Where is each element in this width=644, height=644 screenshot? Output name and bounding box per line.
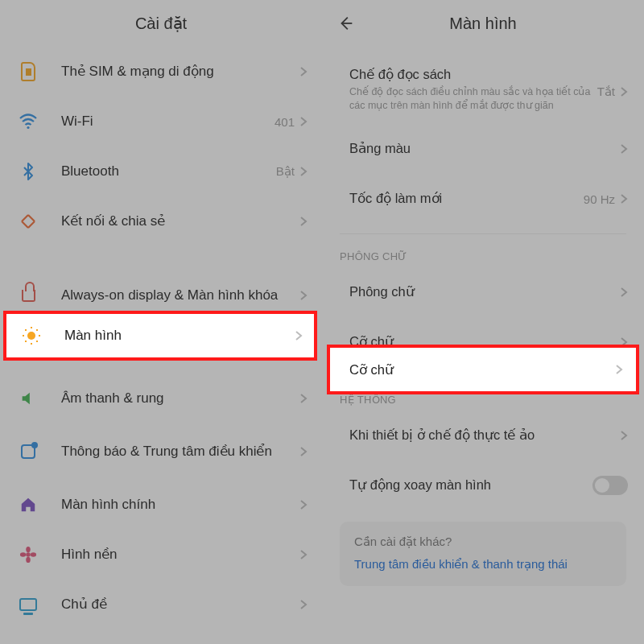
bluetooth-value: Bật — [276, 164, 295, 179]
more-settings-card[interactable]: Cần cài đặt khác? Trung tâm điều khiển &… — [340, 522, 626, 586]
row-font-size-bright[interactable]: Cỡ chữ — [330, 348, 636, 391]
sound-icon — [18, 388, 39, 409]
share-icon — [18, 211, 39, 232]
chevron-right-icon — [620, 86, 628, 97]
chevron-right-icon — [299, 549, 308, 560]
chevron-right-icon — [620, 287, 628, 298]
section-font: PHÔNG CHỮ — [322, 234, 644, 267]
row-theme[interactable]: Chủ đề — [0, 580, 322, 630]
chevron-right-icon — [299, 446, 308, 457]
svg-point-1 — [26, 552, 31, 557]
row-display-bright[interactable]: Màn hình — [6, 314, 314, 357]
chevron-right-icon — [620, 430, 628, 441]
chevron-right-icon — [615, 364, 623, 375]
row-refresh-rate[interactable]: Tốc độ làm mới 90 Hz — [322, 174, 644, 224]
svg-point-0 — [27, 126, 29, 129]
row-bluetooth[interactable]: Bluetooth Bật — [0, 147, 322, 196]
chevron-right-icon — [620, 336, 628, 348]
wifi-value: 401 — [275, 115, 295, 129]
chevron-right-icon — [299, 499, 308, 510]
card-link[interactable]: Trung tâm điều khiển & thanh trạng thái — [354, 557, 612, 572]
settings-header: Cài đặt — [0, 0, 322, 47]
read-mode-value: Tắt — [597, 85, 615, 99]
chevron-right-icon — [299, 393, 308, 404]
lock-icon — [18, 285, 39, 306]
chevron-right-icon — [299, 216, 308, 227]
chevron-right-icon — [299, 290, 308, 301]
chevron-right-icon — [299, 66, 308, 77]
row-sound[interactable]: Âm thanh & rung — [0, 374, 322, 423]
row-font[interactable]: Phông chữ — [322, 267, 644, 317]
chevron-right-icon — [299, 599, 308, 610]
row-sim[interactable]: Thẻ SIM & mạng di động — [0, 47, 322, 97]
row-home[interactable]: Màn hình chính — [0, 480, 322, 530]
svg-point-4 — [20, 552, 26, 557]
svg-point-5 — [31, 552, 36, 557]
wifi-icon — [18, 111, 39, 132]
flower-icon — [18, 544, 39, 565]
display-title: Màn hình — [449, 14, 516, 33]
chevron-right-icon — [299, 116, 308, 127]
notification-icon — [18, 441, 39, 462]
home-icon — [18, 494, 39, 515]
svg-point-2 — [26, 547, 31, 552]
row-read-mode[interactable]: Chế độ đọc sách Chế độ đọc sách điều chỉ… — [322, 47, 644, 124]
refresh-value: 90 Hz — [584, 192, 615, 206]
row-auto-rotate[interactable]: Tự động xoay màn hình — [322, 460, 644, 510]
row-palette[interactable]: Bảng màu — [322, 124, 644, 174]
row-notifications[interactable]: Thông báo & Trung tâm điều khiển — [0, 423, 322, 480]
row-wifi[interactable]: Wi-Fi 401 — [0, 97, 322, 147]
svg-point-3 — [26, 557, 31, 563]
sim-icon — [18, 61, 39, 82]
chevron-right-icon — [299, 166, 308, 177]
row-wallpaper[interactable]: Hình nền — [0, 530, 322, 580]
chevron-right-icon — [620, 193, 628, 204]
settings-title: Cài đặt — [135, 14, 187, 33]
sun-icon — [21, 325, 42, 346]
display-pane: Màn hình Chế độ đọc sách Chế độ đọc sách… — [322, 0, 644, 644]
chevron-right-icon — [295, 330, 303, 341]
bluetooth-icon — [18, 161, 39, 182]
row-vr[interactable]: Khi thiết bị ở chế độ thực tế ảo — [322, 411, 644, 460]
theme-icon — [18, 594, 39, 615]
back-button[interactable] — [336, 14, 356, 33]
chevron-right-icon — [620, 143, 628, 155]
row-share[interactable]: Kết nối & chia sẻ — [0, 196, 322, 246]
display-header: Màn hình — [322, 0, 644, 47]
auto-rotate-toggle[interactable] — [592, 476, 628, 495]
